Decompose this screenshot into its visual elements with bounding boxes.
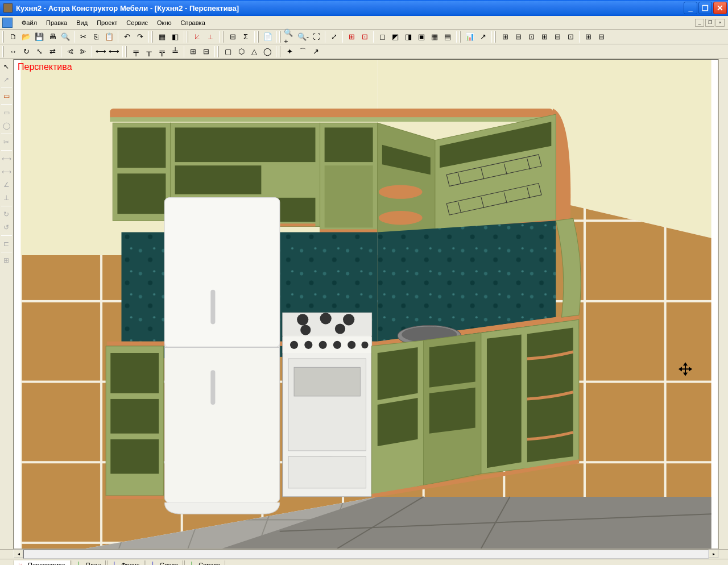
tab-front[interactable]: └ Фронт bbox=[107, 560, 144, 566]
align-right-button[interactable]: ⫸ bbox=[77, 45, 89, 58]
toolbar-grip[interactable] bbox=[187, 31, 188, 43]
render-wireframe-button[interactable]: ◻ bbox=[376, 31, 388, 43]
mirror-button[interactable]: ⇄ bbox=[46, 45, 59, 58]
panel-tool[interactable]: ▭ bbox=[0, 90, 13, 102]
undo-button[interactable]: ↶ bbox=[121, 31, 133, 43]
viewport[interactable]: Перспектива bbox=[14, 59, 718, 549]
vertical-scrollbar[interactable] bbox=[718, 59, 728, 549]
snap2-button[interactable]: ⊡ bbox=[358, 31, 371, 43]
properties-button[interactable]: ◧ bbox=[169, 31, 181, 43]
align-left-button[interactable]: ⫷ bbox=[64, 45, 76, 58]
zoom-extents-button[interactable]: ⤢ bbox=[328, 31, 340, 43]
win4-button[interactable]: ⊞ bbox=[538, 31, 551, 43]
toolbar-grip[interactable] bbox=[494, 31, 496, 43]
grid2-button[interactable]: ⊟ bbox=[200, 45, 212, 58]
paste-button[interactable]: 📋 bbox=[103, 31, 115, 43]
render-material2-button[interactable]: ▤ bbox=[441, 31, 454, 43]
copy-button[interactable]: ⎘ bbox=[90, 31, 102, 43]
win5-button[interactable]: ⊟ bbox=[551, 31, 564, 43]
dim-v-button[interactable]: ⟷ bbox=[107, 45, 120, 58]
measure-tool[interactable]: ⟷ bbox=[0, 152, 13, 165]
menu-service[interactable]: Сервис bbox=[122, 18, 152, 27]
toolbar-grip[interactable] bbox=[222, 31, 224, 43]
tree-button[interactable]: ⊟ bbox=[226, 31, 239, 43]
constrain1-button[interactable]: ╤ bbox=[130, 45, 142, 58]
open-button[interactable]: 📂 bbox=[20, 31, 32, 43]
mdi-close-button[interactable]: × bbox=[715, 19, 725, 27]
tab-left[interactable]: ┘ Слева bbox=[146, 560, 183, 566]
tab-plan[interactable]: └ План bbox=[72, 560, 106, 566]
menu-file[interactable]: Файл bbox=[17, 18, 42, 27]
toolbar-grip[interactable] bbox=[2, 46, 4, 57]
print-button[interactable]: 🖶 bbox=[46, 31, 59, 43]
measure2-tool[interactable]: ⟷ bbox=[0, 165, 13, 178]
arc-button[interactable]: ⌒ bbox=[296, 45, 309, 58]
cone-button[interactable]: △ bbox=[248, 45, 260, 58]
cylinder-button[interactable]: ⬡ bbox=[235, 45, 247, 58]
render-material-button[interactable]: ▦ bbox=[428, 31, 441, 43]
section-tool[interactable]: ⊏ bbox=[0, 238, 13, 250]
snap-button[interactable]: ⊞ bbox=[345, 31, 358, 43]
horizontal-scrollbar[interactable] bbox=[23, 550, 709, 559]
toolbar-grip[interactable] bbox=[257, 31, 259, 43]
drill-button[interactable]: ⟀ bbox=[191, 31, 204, 43]
render-hidden-button[interactable]: ◩ bbox=[389, 31, 402, 43]
select-tool[interactable]: ↖ bbox=[0, 60, 13, 73]
cut-tool[interactable]: ✂ bbox=[0, 136, 13, 148]
toolbar-grip[interactable] bbox=[459, 31, 461, 43]
win7-button[interactable]: ⊞ bbox=[582, 31, 594, 43]
apex-tool[interactable]: ⊥ bbox=[0, 192, 13, 204]
layers-button[interactable]: ▦ bbox=[156, 31, 168, 43]
sum-button[interactable]: Σ bbox=[239, 31, 252, 43]
cut-button[interactable]: ✂ bbox=[77, 31, 89, 43]
toolbar-grip[interactable] bbox=[2, 31, 4, 43]
node-tool[interactable]: ↗ bbox=[0, 73, 13, 86]
angle-tool[interactable]: ∠ bbox=[0, 178, 13, 191]
save-button[interactable]: 💾 bbox=[33, 31, 46, 43]
box-button[interactable]: ▢ bbox=[222, 45, 234, 58]
sphere-button[interactable]: ◯ bbox=[261, 45, 274, 58]
screw-button[interactable]: ⟂ bbox=[204, 31, 217, 43]
chart2-button[interactable]: ↗ bbox=[477, 31, 489, 43]
toolbar-grip[interactable] bbox=[279, 46, 280, 57]
toolbar-grip[interactable] bbox=[217, 46, 219, 57]
zoom-window-button[interactable]: ⛶ bbox=[310, 31, 322, 43]
zoom-in-button[interactable]: 🔍+ bbox=[284, 31, 296, 43]
menu-edit[interactable]: Правка bbox=[42, 18, 72, 27]
redo-button[interactable]: ↷ bbox=[134, 31, 146, 43]
toolbar-grip[interactable] bbox=[151, 31, 153, 43]
menu-view[interactable]: Вид bbox=[72, 18, 92, 27]
maximize-button[interactable]: ❐ bbox=[698, 2, 712, 14]
rect-tool[interactable]: ▭ bbox=[0, 106, 13, 119]
scale-button[interactable]: ⤡ bbox=[33, 45, 46, 58]
constrain2-button[interactable]: ╥ bbox=[143, 45, 155, 58]
win2-button[interactable]: ⊟ bbox=[512, 31, 524, 43]
rotate-cw-tool[interactable]: ↻ bbox=[0, 208, 13, 221]
close-button[interactable]: ✕ bbox=[713, 2, 727, 14]
group-tool[interactable]: ⊞ bbox=[0, 254, 13, 267]
toolbar-grip[interactable] bbox=[125, 46, 127, 57]
mdi-minimize-button[interactable]: _ bbox=[695, 19, 704, 27]
rotate-button[interactable]: ↻ bbox=[20, 45, 32, 58]
tab-right[interactable]: └ Справа bbox=[184, 560, 225, 566]
arrow-button[interactable]: ↗ bbox=[309, 45, 322, 58]
minimize-button[interactable]: _ bbox=[684, 2, 697, 14]
mdi-app-icon[interactable] bbox=[2, 18, 13, 28]
zoom-out-button[interactable]: 🔍- bbox=[297, 31, 309, 43]
win3-button[interactable]: ⊡ bbox=[525, 31, 537, 43]
rotate-ccw-tool[interactable]: ↺ bbox=[0, 221, 13, 234]
scroll-right-button[interactable]: ▸ bbox=[709, 550, 718, 558]
menu-help[interactable]: Справка bbox=[176, 18, 210, 27]
toolbar-grip[interactable] bbox=[279, 31, 281, 43]
render-shaded-button[interactable]: ◨ bbox=[402, 31, 415, 43]
circle-tool[interactable]: ◯ bbox=[0, 119, 13, 132]
print-preview-button[interactable]: 🔍 bbox=[59, 31, 72, 43]
move-button[interactable]: ↔ bbox=[7, 45, 19, 58]
mdi-restore-button[interactable]: ❐ bbox=[705, 19, 714, 27]
chart-button[interactable]: 📊 bbox=[464, 31, 476, 43]
constrain4-button[interactable]: ╧ bbox=[169, 45, 181, 58]
render-texture-button[interactable]: ▣ bbox=[415, 31, 428, 43]
win1-button[interactable]: ⊞ bbox=[499, 31, 511, 43]
constrain3-button[interactable]: ╦ bbox=[156, 45, 168, 58]
dim-h-button[interactable]: ⟷ bbox=[94, 45, 107, 58]
